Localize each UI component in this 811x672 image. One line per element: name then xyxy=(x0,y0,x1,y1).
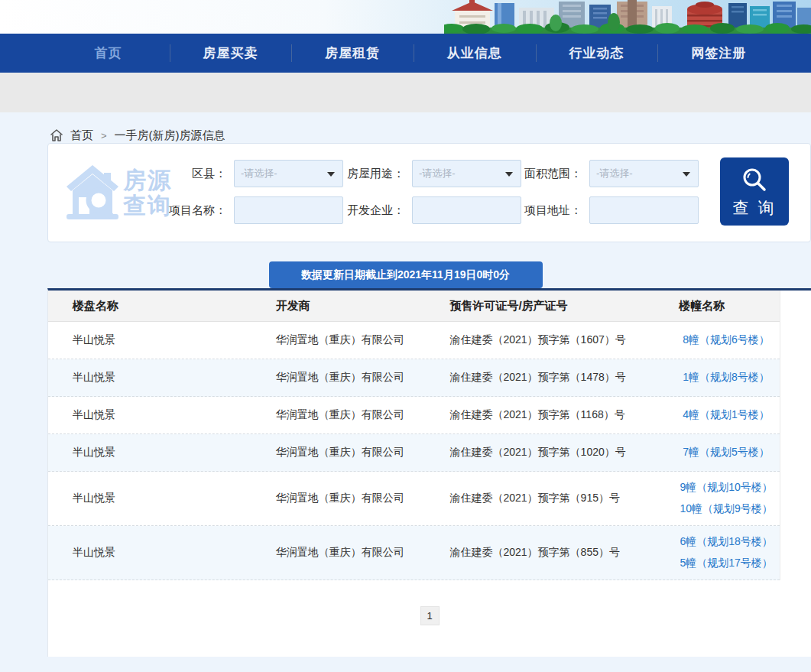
city-skyline-illustration xyxy=(444,0,811,34)
cell-developer: 华润置地（重庆）有限公司 xyxy=(276,492,450,505)
header-project-name: 楼盘名称 xyxy=(48,299,276,313)
usage-label: 房屋用途： xyxy=(347,167,404,181)
cell-building-links: 8幢（规划6号楼） xyxy=(673,324,780,356)
table-row: 半山悦景华润置地（重庆）有限公司渝住建委（2021）预字第（1168）号4幢（规… xyxy=(48,397,780,434)
home-icon xyxy=(49,128,64,143)
project-address-input[interactable] xyxy=(596,196,692,224)
listing-table: 楼盘名称 开发商 预售许可证号/房产证号 楼幢名称 半山悦景华润置地（重庆）有限… xyxy=(48,291,780,580)
project-address-label: 项目地址： xyxy=(524,203,582,218)
cell-project-name: 半山悦景 xyxy=(48,333,276,347)
cell-project-name: 半山悦景 xyxy=(48,371,276,385)
cell-developer: 华润置地（重庆）有限公司 xyxy=(276,546,450,560)
table-body: 半山悦景华润置地（重庆）有限公司渝住建委（2021）预字第（1607）号8幢（规… xyxy=(48,322,780,580)
breadcrumb-home-link[interactable]: 首页 xyxy=(70,128,93,143)
table-row: 半山悦景华润置地（重庆）有限公司渝住建委（2021）预字第（915）号9幢（规划… xyxy=(48,472,780,526)
query-button-label: 查 询 xyxy=(733,197,777,219)
cell-project-name: 半山悦景 xyxy=(48,492,276,505)
building-link[interactable]: 9幢（规划10号楼） xyxy=(680,481,772,495)
nav-item-2[interactable]: 房屋买卖 xyxy=(170,34,292,73)
chevron-down-icon xyxy=(683,172,690,177)
cell-permit-number: 渝住建委（2021）预字第（855）号 xyxy=(449,546,673,560)
sub-banner-band xyxy=(0,73,811,112)
chevron-down-icon xyxy=(327,172,335,177)
cell-building-links: 9幢（规划10号楼）10幢（规划9号楼） xyxy=(673,472,780,525)
search-logo-text: 房源 查询 xyxy=(123,167,172,218)
page-body: 首页 > 一手房(新房)房源信息 房源 查询 区县： -请选择- xyxy=(0,112,811,672)
chevron-down-icon xyxy=(505,172,513,177)
cell-developer: 华润置地（重庆）有限公司 xyxy=(276,408,450,422)
page-button-1[interactable]: 1 xyxy=(420,606,440,625)
table-row: 半山悦景华润置地（重庆）有限公司渝住建委（2021）预字第（1607）号8幢（规… xyxy=(48,322,780,359)
nav-item-4[interactable]: 从业信息 xyxy=(414,34,536,73)
cell-project-name: 半山悦景 xyxy=(48,408,276,422)
cell-building-links: 1幢（规划8号楼） xyxy=(673,362,780,394)
area-range-label: 面积范围： xyxy=(524,167,582,181)
data-update-notice: 数据更新日期截止到2021年11月19日0时0分 xyxy=(269,261,543,288)
cell-permit-number: 渝住建委（2021）预字第（915）号 xyxy=(449,492,673,505)
cell-developer: 华润置地（重庆）有限公司 xyxy=(276,371,450,385)
cell-developer: 华润置地（重庆）有限公司 xyxy=(276,333,450,347)
nav-item-6[interactable]: 网签注册 xyxy=(657,34,780,73)
building-link[interactable]: 10幢（规划9号楼） xyxy=(680,502,772,516)
project-name-label: 项目名称： xyxy=(169,203,226,218)
breadcrumb-current: 一手房(新房)房源信息 xyxy=(115,128,225,143)
usage-select[interactable]: -请选择- xyxy=(412,160,521,187)
area-range-select[interactable]: -请选择- xyxy=(589,160,699,187)
table-row: 半山悦景华润置地（重庆）有限公司渝住建委（2021）预字第（1020）号7幢（规… xyxy=(48,434,780,472)
cell-building-links: 4幢（规划1号楼） xyxy=(673,399,780,431)
cell-permit-number: 渝住建委（2021）预字第（1020）号 xyxy=(449,446,673,459)
cell-project-name: 半山悦景 xyxy=(48,446,276,459)
table-header-row: 楼盘名称 开发商 预售许可证号/房产证号 楼幢名称 xyxy=(48,291,780,322)
cell-permit-number: 渝住建委（2021）预字第（1607）号 xyxy=(449,333,673,347)
building-link[interactable]: 7幢（规划5号楼） xyxy=(683,446,770,459)
header-developer: 开发商 xyxy=(276,299,450,313)
building-link[interactable]: 8幢（规划6号楼） xyxy=(683,333,770,347)
nav-item-3[interactable]: 房屋租赁 xyxy=(291,34,414,73)
project-address-field xyxy=(589,196,699,224)
header-building-name: 楼幢名称 xyxy=(673,299,780,313)
cell-project-name: 半山悦景 xyxy=(48,546,276,560)
cell-building-links: 6幢（规划18号楼）5幢（规划17号楼） xyxy=(673,526,780,579)
building-link[interactable]: 1幢（规划8号楼） xyxy=(683,371,770,385)
house-search-icon xyxy=(65,162,120,223)
listing-table-container: 楼盘名称 开发商 预售许可证号/房产证号 楼幢名称 半山悦景华润置地（重庆）有限… xyxy=(47,288,811,657)
building-link[interactable]: 4幢（规划1号楼） xyxy=(683,408,770,422)
pagination: 1 xyxy=(48,580,811,638)
query-button[interactable]: 查 询 xyxy=(720,157,789,226)
district-label: 区县： xyxy=(192,167,226,181)
building-link[interactable]: 5幢（规划17号楼） xyxy=(680,557,772,570)
search-panel: 房源 查询 区县： -请选择- 房屋用途： -请选择- 面积范围： -请选择- xyxy=(47,143,811,242)
cell-permit-number: 渝住建委（2021）预字第（1168）号 xyxy=(449,408,673,422)
district-select[interactable]: -请选择- xyxy=(234,160,343,187)
table-row: 半山悦景华润置地（重庆）有限公司渝住建委（2021）预字第（855）号6幢（规划… xyxy=(48,526,780,580)
developer-input[interactable] xyxy=(419,196,514,224)
developer-field xyxy=(412,196,521,224)
header-permit-number: 预售许可证号/房产证号 xyxy=(449,299,673,313)
nav-item-5[interactable]: 行业动态 xyxy=(536,34,658,73)
building-link[interactable]: 6幢（规划18号楼） xyxy=(680,535,772,549)
project-name-input[interactable] xyxy=(241,196,336,224)
cell-permit-number: 渝住建委（2021）预字第（1478）号 xyxy=(449,371,673,385)
table-row: 半山悦景华润置地（重庆）有限公司渝住建委（2021）预字第（1478）号1幢（规… xyxy=(48,359,780,397)
search-logo: 房源 查询 xyxy=(65,162,172,223)
breadcrumb-separator: > xyxy=(101,130,107,141)
project-name-field xyxy=(234,196,343,224)
developer-label: 开发企业： xyxy=(347,203,404,218)
nav-item-1[interactable]: 首页 xyxy=(47,34,170,73)
cell-building-links: 7幢（规划5号楼） xyxy=(673,437,780,469)
main-nav: 首页房屋买卖房屋租赁从业信息行业动态网签注册 xyxy=(0,34,811,73)
search-icon xyxy=(740,165,769,194)
city-banner xyxy=(0,0,811,34)
cell-developer: 华润置地（重庆）有限公司 xyxy=(276,446,450,459)
main-nav-list: 首页房屋买卖房屋租赁从业信息行业动态网签注册 xyxy=(47,34,780,73)
breadcrumb: 首页 > 一手房(新房)房源信息 xyxy=(0,112,811,143)
